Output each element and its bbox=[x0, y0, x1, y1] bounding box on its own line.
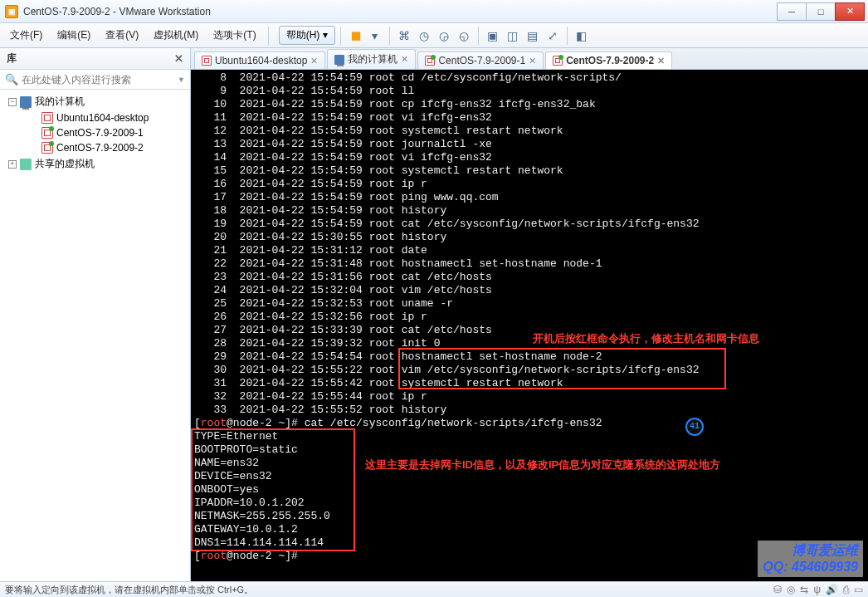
device-net-icon[interactable]: ⇆ bbox=[800, 584, 808, 595]
terminal-line: 33 2021-04-22 15:55:52 root history bbox=[194, 404, 865, 417]
shared-icon bbox=[20, 159, 32, 170]
tab-close-icon[interactable]: ✕ bbox=[529, 56, 536, 66]
close-button[interactable]: ✕ bbox=[835, 2, 865, 21]
device-disk-icon[interactable]: ⛁ bbox=[773, 584, 782, 595]
separator bbox=[478, 27, 479, 45]
terminal-line: DEVICE=ens32 bbox=[194, 470, 865, 483]
window-title: CentOS-7.9-2009-2 - VMware Workstation bbox=[23, 6, 778, 17]
vm-icon bbox=[553, 56, 563, 66]
terminal-line: 15 2021-04-22 15:54:59 root systemctl re… bbox=[194, 164, 865, 178]
vm-icon bbox=[41, 142, 53, 154]
manage-snapshot-icon[interactable]: ◵ bbox=[455, 27, 473, 45]
unity-icon[interactable]: ◫ bbox=[504, 27, 522, 45]
menu-view[interactable]: 查看(V) bbox=[99, 25, 145, 46]
menu-tabs[interactable]: 选项卡(T) bbox=[207, 25, 262, 46]
statusbar: 要将输入定向到该虚拟机，请在虚拟机内部单击或按 Ctrl+G。 ⛁ ◎ ⇆ ψ … bbox=[0, 581, 868, 597]
terminal-prompt: [root@node-2 ~]# bbox=[194, 550, 865, 563]
expand-icon[interactable]: + bbox=[8, 160, 17, 169]
terminal-line: 16 2021-04-22 15:54:59 root ip r bbox=[194, 178, 865, 191]
revert-snapshot-icon[interactable]: ◶ bbox=[435, 27, 453, 45]
stretch-icon[interactable]: ⤢ bbox=[544, 27, 562, 45]
library-toggle-icon[interactable]: ◧ bbox=[573, 27, 591, 45]
terminal-line: 21 2021-04-22 15:31:12 root date bbox=[194, 244, 865, 257]
thumbnail-icon[interactable]: ▤ bbox=[524, 27, 542, 45]
tree-label: Ubuntu1604-desktop bbox=[56, 112, 149, 124]
terminal-line: IPADDR=10.0.1.202 bbox=[194, 497, 865, 510]
tab-bar: Ubuntu1604-desktop ✕ 我的计算机 ✕ CentOS-7.9-… bbox=[191, 48, 868, 70]
terminal-line: NAME=ens32 bbox=[194, 457, 865, 470]
send-ctrl-alt-del-icon[interactable]: ⌘ bbox=[395, 27, 413, 45]
pause-icon[interactable]: ▮▮ bbox=[346, 27, 364, 45]
terminal-line: 17 2021-04-22 15:54:59 root ping www.qq.… bbox=[194, 191, 865, 204]
terminal-line: NETMASK=255.255.255.0 bbox=[194, 510, 865, 523]
terminal-line: BOOTPROTO=static bbox=[194, 443, 865, 457]
fullscreen-icon[interactable]: ▣ bbox=[484, 27, 502, 45]
terminal-line: 29 2021-04-22 15:54:54 root hostnamectl … bbox=[194, 350, 865, 364]
menu-vm[interactable]: 虚拟机(M) bbox=[147, 25, 205, 46]
sidebar: 库 ✕ 🔍 ▼ − 我的计算机 Ubuntu1604-desktop CentO… bbox=[0, 48, 191, 581]
terminal-line: TYPE=Ethernet bbox=[194, 430, 865, 443]
menu-file[interactable]: 文件(F) bbox=[3, 25, 49, 46]
vm-icon bbox=[41, 112, 53, 124]
tab-centos2[interactable]: CentOS-7.9-2009-2 ✕ bbox=[545, 51, 672, 69]
tree-label: 共享的虚拟机 bbox=[35, 157, 95, 171]
terminal-line: 8 2021-04-22 15:54:59 root cd /etc/sysco… bbox=[194, 71, 865, 85]
tab-mycomputer[interactable]: 我的计算机 ✕ bbox=[327, 49, 416, 69]
separator bbox=[340, 27, 341, 45]
terminal-line: GATEWAY=10.0.1.2 bbox=[194, 523, 865, 536]
vm-icon bbox=[202, 56, 212, 66]
device-display-icon[interactable]: ▭ bbox=[854, 584, 863, 595]
tab-ubuntu[interactable]: Ubuntu1604-desktop ✕ bbox=[194, 51, 325, 69]
collapse-icon[interactable]: − bbox=[8, 98, 17, 106]
search-icon: 🔍 bbox=[5, 73, 18, 86]
device-printer-icon[interactable]: ⎙ bbox=[843, 584, 849, 595]
tab-label: Ubuntu1604-desktop bbox=[215, 55, 307, 66]
status-text: 要将输入定向到该虚拟机，请在虚拟机内部单击或按 Ctrl+G。 bbox=[5, 584, 253, 596]
terminal-line: 30 2021-04-22 15:55:22 root vim /etc/sys… bbox=[194, 364, 865, 377]
device-usb-icon[interactable]: ψ bbox=[813, 584, 821, 595]
terminal-line: 19 2021-04-22 15:54:59 root cat /etc/sys… bbox=[194, 218, 865, 231]
sidebar-close-icon[interactable]: ✕ bbox=[174, 52, 183, 65]
device-cd-icon[interactable]: ◎ bbox=[787, 584, 795, 595]
search-input[interactable] bbox=[22, 74, 178, 86]
terminal-prompt: [root@node-2 ~]# cat /etc/sysconfig/netw… bbox=[194, 417, 865, 430]
tab-label: CentOS-7.9-2009-2 bbox=[566, 55, 654, 66]
app-icon: ▣ bbox=[5, 5, 18, 18]
terminal-line: 13 2021-04-22 15:54:59 root journalctl -… bbox=[194, 138, 865, 151]
snapshot-icon[interactable]: ◷ bbox=[415, 27, 433, 45]
status-tray: ⛁ ◎ ⇆ ψ 🔊 ⎙ ▭ bbox=[773, 584, 863, 595]
titlebar: ▣ CentOS-7.9-2009-2 - VMware Workstation… bbox=[0, 0, 868, 23]
menu-edit[interactable]: 编辑(E) bbox=[51, 25, 97, 46]
tab-close-icon[interactable]: ✕ bbox=[310, 56, 318, 66]
separator bbox=[268, 27, 269, 45]
tree-vm-centos1[interactable]: CentOS-7.9-2009-1 bbox=[0, 125, 190, 140]
tab-close-icon[interactable]: ✕ bbox=[657, 56, 665, 66]
tree-vm-ubuntu[interactable]: Ubuntu1604-desktop bbox=[0, 110, 190, 125]
terminal-line: ONBOOT=yes bbox=[194, 483, 865, 497]
terminal-line: 28 2021-04-22 15:39:32 root init 0 bbox=[194, 337, 865, 350]
menu-help[interactable]: 帮助(H) ▾ bbox=[279, 26, 335, 45]
tree-label: CentOS-7.9-2009-2 bbox=[56, 142, 144, 154]
power-dropdown-icon[interactable]: ▾ bbox=[366, 27, 384, 45]
menubar: 文件(F) 编辑(E) 查看(V) 虚拟机(M) 选项卡(T) 帮助(H) ▾ … bbox=[0, 23, 868, 48]
tab-close-icon[interactable]: ✕ bbox=[401, 54, 408, 65]
tree-root[interactable]: − 我的计算机 bbox=[0, 93, 190, 110]
terminal-line: 12 2021-04-22 15:54:59 root systemctl re… bbox=[194, 125, 865, 138]
tree-vm-centos2[interactable]: CentOS-7.9-2009-2 bbox=[0, 140, 190, 155]
terminal-line: 31 2021-04-22 15:55:42 root systemctl re… bbox=[194, 377, 865, 390]
maximize-button[interactable]: □ bbox=[806, 2, 836, 21]
terminal-line: 11 2021-04-22 15:54:59 root vi ifcfg-ens… bbox=[194, 111, 865, 125]
search-dropdown-icon[interactable]: ▼ bbox=[178, 76, 185, 84]
terminal-line: 22 2021-04-22 15:31:48 root hostnamectl … bbox=[194, 257, 865, 271]
vm-tree: − 我的计算机 Ubuntu1604-desktop CentOS-7.9-20… bbox=[0, 90, 190, 581]
device-sound-icon[interactable]: 🔊 bbox=[826, 584, 838, 595]
terminal-view[interactable]: 8 2021-04-22 15:54:59 root cd /etc/sysco… bbox=[191, 70, 868, 581]
terminal-line: 20 2021-04-22 15:30:55 root history bbox=[194, 231, 865, 244]
terminal-line: 26 2021-04-22 15:32:56 root ip r bbox=[194, 311, 865, 324]
tree-label: CentOS-7.9-2009-1 bbox=[56, 127, 144, 139]
terminal-line: 18 2021-04-22 15:54:59 root history bbox=[194, 204, 865, 218]
minimize-button[interactable]: ─ bbox=[777, 2, 807, 21]
tree-shared[interactable]: + 共享的虚拟机 bbox=[0, 155, 190, 173]
terminal-line: 14 2021-04-22 15:54:59 root vi ifcfg-ens… bbox=[194, 151, 865, 164]
tab-centos1[interactable]: CentOS-7.9-2009-1 ✕ bbox=[417, 51, 544, 69]
